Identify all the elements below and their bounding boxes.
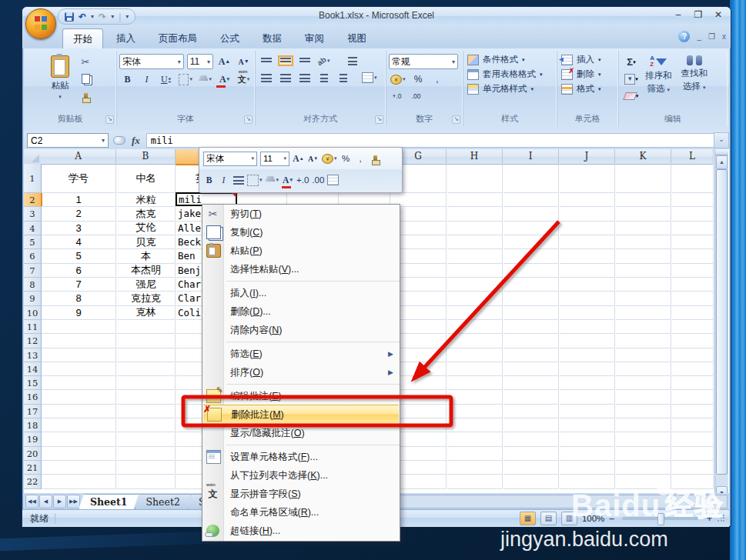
name-box[interactable]: C2▾ [27,133,109,148]
cell[interactable] [672,222,714,235]
cell[interactable] [560,193,615,207]
cell[interactable] [117,376,176,390]
borders-button[interactable]: ▾ [177,72,194,86]
prev-sheet-button[interactable]: ◀ [39,495,52,508]
decrease-indent-button[interactable] [316,71,332,85]
shrink-font-button[interactable]: A▼ [236,55,252,68]
row-header-4[interactable]: 4 [24,222,42,235]
cell[interactable] [447,207,503,221]
cell[interactable] [672,475,714,488]
formula-bar-grip[interactable] [113,136,125,145]
cell[interactable] [616,222,671,235]
cell[interactable] [447,278,503,292]
row-header-14[interactable]: 14 [24,362,42,376]
cell[interactable]: 学号 [42,164,116,193]
cell[interactable] [616,334,671,348]
cell[interactable] [447,461,503,475]
cell[interactable] [616,292,671,305]
delete-cells-button[interactable]: 删除▾ [557,67,618,82]
mini-percent-button[interactable]: % [340,152,352,165]
cell[interactable] [560,207,615,221]
mini-center-button[interactable] [232,174,244,187]
row-header-19[interactable]: 19 [24,432,42,446]
mini-font-size-combo[interactable]: 11▾ [260,152,289,166]
cell[interactable]: 3 [42,222,116,235]
cell[interactable] [560,164,615,193]
cell[interactable] [447,362,503,376]
cell[interactable] [117,475,176,488]
cell[interactable]: 强尼 [117,278,176,292]
tab-视图[interactable]: 视图 [337,28,376,48]
cell[interactable] [616,278,671,292]
cell[interactable]: 6 [42,264,116,278]
cell[interactable] [560,320,615,334]
tab-数据[interactable]: 数据 [253,28,292,48]
close-button[interactable]: ✕ [712,9,724,20]
fill-color-button[interactable]: ▾ [197,72,213,86]
tab-审阅[interactable]: 审阅 [295,28,334,48]
cell[interactable] [616,193,671,207]
cell[interactable] [117,390,176,404]
cell[interactable] [616,320,671,334]
align-right-button[interactable] [296,71,313,85]
autosum-button[interactable]: Σ▾ [623,55,640,69]
row-header-7[interactable]: 7 [24,264,42,278]
cell[interactable] [117,432,176,446]
cell[interactable] [503,461,559,475]
cell[interactable]: 本 [117,249,176,263]
mini-accounting-button[interactable]: ¥▾ [322,152,337,165]
cell[interactable] [447,405,503,418]
mini-font-color-button[interactable]: A▾ [282,174,293,187]
row-header-13[interactable]: 13 [24,348,42,362]
menu-item-显示拼音字段[interactable]: 文wén显示拼音字段(S) [202,485,400,503]
cell[interactable] [503,249,559,263]
cell[interactable] [447,249,503,263]
cell[interactable] [672,164,714,193]
cell[interactable]: 中名 [117,164,176,193]
cell[interactable] [560,278,615,292]
clear-button[interactable]: ▾ [623,88,640,103]
cell[interactable] [616,405,671,418]
cell[interactable] [560,461,615,475]
row-header-9[interactable]: 9 [24,292,42,305]
cell[interactable] [672,461,714,475]
save-icon[interactable] [65,12,74,22]
formula-bar-expand-icon[interactable]: ⌄ [714,132,729,148]
mini-format-painter-button[interactable] [370,152,381,165]
vertical-scroll-thumb[interactable] [716,169,728,475]
cell[interactable] [42,362,116,376]
cell[interactable] [447,334,503,348]
cell[interactable] [616,264,671,278]
format-button[interactable]: 格式▾ [557,82,618,96]
cell[interactable] [447,235,503,249]
row-header-11[interactable]: 11 [24,320,42,334]
cell[interactable] [616,348,671,362]
page-break-view-button[interactable]: ▥ [561,512,577,525]
cell[interactable] [503,193,559,207]
cell[interactable] [117,348,176,362]
cell[interactable]: 艾伦 [117,222,176,235]
cell[interactable] [616,306,671,320]
mini-decrease-decimal-button[interactable]: .00 [312,174,324,187]
zoom-in-icon[interactable]: + [707,513,712,524]
grow-font-button[interactable]: A▲ [216,55,232,68]
menu-item-删除批注[interactable]: 删除批注(M) [203,405,399,425]
cell[interactable] [672,193,714,207]
row-header-10[interactable]: 10 [24,306,42,320]
cell[interactable] [672,235,714,249]
tab-插入[interactable]: 插入 [106,28,146,48]
cell[interactable]: 9 [42,306,116,320]
cut-button[interactable]: ✂ [77,55,94,69]
menu-item-删除[interactable]: 删除(D)... [202,302,400,321]
menu-item-选择性粘贴[interactable]: 选择性粘贴(V)... [202,260,400,278]
align-bottom-button[interactable] [296,54,313,68]
cell[interactable] [503,405,559,418]
tab-公式[interactable]: 公式 [210,28,249,48]
cell[interactable] [672,320,714,334]
row-header-5[interactable]: 5 [24,235,42,249]
cell[interactable] [616,447,671,461]
mini-fill-color-button[interactable]: ▾ [266,174,279,187]
undo-dropdown-icon[interactable]: ▾ [91,13,94,20]
cell[interactable] [672,207,714,221]
align-center-button[interactable] [277,71,293,85]
